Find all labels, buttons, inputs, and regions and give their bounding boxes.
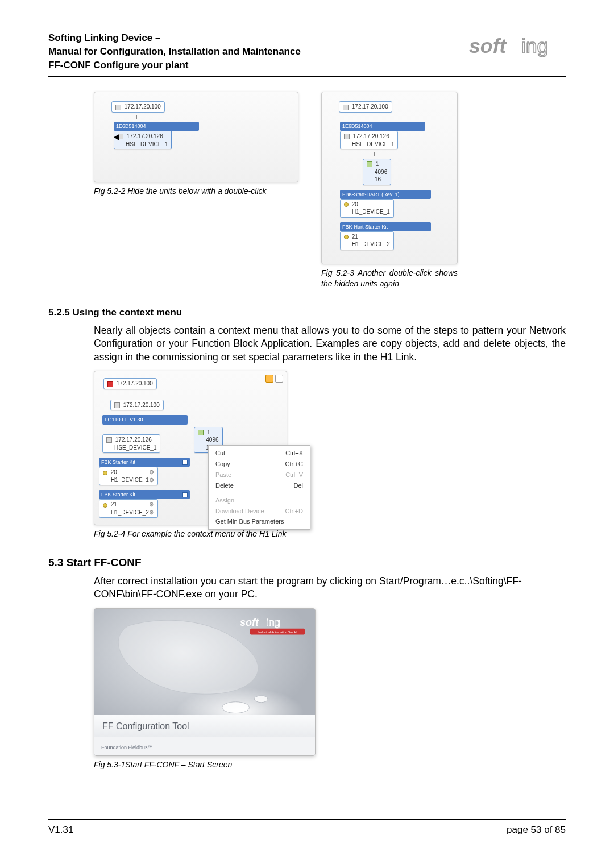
fig-5-2-3-caption: Fig 5.2-3 Another double-click shows the… xyxy=(321,268,458,289)
splash-screen: soft ing Industrial Automation GmbH FF C… xyxy=(94,608,316,756)
ctx-item-get-min-bus-parameters[interactable]: Get Min Bus Parameters xyxy=(209,516,310,527)
section-5-3-body: After correct installation you can start… xyxy=(94,575,566,601)
header-line-3: FF-CONF Configure your plant xyxy=(48,59,301,72)
dev1-addr: 20 xyxy=(111,469,117,475)
ctx-label: Delete xyxy=(215,481,234,490)
fig-5-2-2-panel: 172.17.20.100 1E6D514004 172.17.20.126 H… xyxy=(94,92,298,182)
dev1-addr: 20 xyxy=(352,201,358,207)
link-val-2: 16 xyxy=(375,176,381,182)
root-ip: 172.17.20.100 xyxy=(352,103,388,110)
softing-logo: soft ing xyxy=(469,31,566,63)
link-icon xyxy=(198,430,204,435)
ctx-shortcut: Del xyxy=(293,481,303,490)
network-icon xyxy=(107,381,113,387)
ctx-shortcut: Ctrl+X xyxy=(285,449,303,458)
header-title-block: Softing Linking Device – Manual for Conf… xyxy=(48,31,301,72)
device-ip: 172.17.20.126 xyxy=(115,437,152,443)
link-node[interactable]: 1 4096 16 xyxy=(363,159,391,185)
ctx-shortcut: Ctrl+D xyxy=(285,507,303,516)
dev2-name: H1_DEVICE_2 xyxy=(352,241,390,247)
ctx-label: Cut xyxy=(215,449,225,458)
h1-device-2[interactable]: 21 H1_DEVICE_2 xyxy=(340,231,394,250)
fig-5-2-4-panel: 172.17.20.100 172.17.20.100 FG110-FF V1.… xyxy=(94,371,287,525)
device-ip: 172.17.20.126 xyxy=(353,133,389,139)
ctx-item-assign: Assign xyxy=(209,495,310,506)
root-ip: 172.17.20.100 xyxy=(123,402,160,408)
ctx-separator xyxy=(211,493,308,493)
ctx-label: Get Min Bus Parameters xyxy=(215,517,284,526)
device-dot-icon xyxy=(103,471,107,475)
splash-title-bar: FF Configuration Tool xyxy=(94,715,315,737)
device-node[interactable]: 172.17.20.126 HSE_DEVICE_1 xyxy=(114,131,172,149)
root-ip: 172.17.20.100 xyxy=(125,103,161,110)
ctx-item-copy[interactable]: CopyCtrl+C xyxy=(209,459,310,470)
dev1-name: H1_DEVICE_1 xyxy=(352,209,390,215)
h1-header-1: FBK-Start-HART (Rev. 1) xyxy=(340,190,431,199)
link-val-1: 4096 xyxy=(375,169,387,175)
footer-page: page 53 of 85 xyxy=(507,824,566,837)
h1-header-2-label: FBK Starter Kit xyxy=(101,491,135,498)
h1-device-1[interactable]: 20 H1_DEVICE_1 xyxy=(340,199,394,218)
h1-header-2: FBK-Hart Starter Kit xyxy=(340,222,431,231)
header-line-1: Softing Linking Device – xyxy=(48,31,301,45)
splash-footer-text: Foundation Fieldbus™ xyxy=(101,744,153,751)
device-icon xyxy=(106,437,112,443)
ctx-item-download-device: Download DeviceCtrl+D xyxy=(209,506,310,517)
ctx-item-paste: PasteCtrl+V xyxy=(209,470,310,480)
device-name: HSE_DEVICE_1 xyxy=(352,141,394,147)
ctx-item-cut[interactable]: CutCtrl+X xyxy=(209,448,310,459)
section-5-2-5-body: Nearly all objects contain a context men… xyxy=(94,324,566,364)
h1-header-1-label: FBK Starter Kit xyxy=(101,459,135,466)
footer-version: V1.31 xyxy=(48,824,73,837)
dev1-name: H1_DEVICE_1 xyxy=(111,477,149,483)
splash-footer: Foundation Fieldbus™ xyxy=(94,737,315,755)
edit-icon[interactable] xyxy=(182,460,188,465)
h1-header-1: FBK Starter Kit xyxy=(99,458,190,467)
tree-root-node[interactable]: 172.17.20.100 xyxy=(339,101,392,113)
top-ip: 172.17.20.100 xyxy=(117,380,153,387)
fig-5-2-3-panel: 172.17.20.100 1E6D514004 172.17.20.126 H… xyxy=(321,92,458,264)
tree-root-node[interactable]: 172.17.20.100 xyxy=(110,400,164,411)
pc-icon xyxy=(114,402,120,408)
ctx-label: Download Device xyxy=(215,507,264,516)
ctx-shortcut: Ctrl+V xyxy=(285,471,303,479)
device-node[interactable]: 172.17.20.126 HSE_DEVICE_1 xyxy=(102,434,160,453)
section-5-3-heading: 5.3 Start FF-CONF xyxy=(48,555,566,570)
fig-5-2-4-caption: Fig 5.2-4 For example the context menu o… xyxy=(94,529,566,539)
ctx-label: Copy xyxy=(215,460,230,468)
section-5-2-5-heading: 5.2.5 Using the context menu xyxy=(48,306,566,319)
svg-text:ing: ing xyxy=(521,35,549,57)
pc-icon xyxy=(115,105,121,110)
h1-device-2[interactable]: 21 ⚙ H1_DEVICE_2 ⚙ xyxy=(99,499,158,518)
splash-bar-text: FF Configuration Tool xyxy=(102,720,189,733)
dev2-addr: 21 xyxy=(352,234,358,240)
page-header: Softing Linking Device – Manual for Conf… xyxy=(48,31,566,77)
ctx-item-delete[interactable]: DeleteDel xyxy=(209,480,310,491)
h1-device-1[interactable]: 20 ⚙ H1_DEVICE_1 ⚙ xyxy=(99,467,158,485)
link-val-1: 4096 xyxy=(206,437,218,443)
svg-point-5 xyxy=(222,702,250,713)
panel-button-1[interactable] xyxy=(265,375,273,383)
top-ip-node[interactable]: 172.17.20.100 xyxy=(103,378,157,389)
device-name: HSE_DEVICE_1 xyxy=(126,141,168,147)
tree-root-node[interactable]: 172.17.20.100 xyxy=(111,101,165,113)
panel-button-2[interactable] xyxy=(275,375,283,383)
page-footer: V1.31 page 53 of 85 xyxy=(48,819,566,837)
device-dot-icon xyxy=(344,235,349,239)
group-header: 1E6D514004 xyxy=(340,122,425,131)
ctx-label: Assign xyxy=(215,496,234,505)
dev2-name: H1_DEVICE_2 xyxy=(111,509,149,516)
ctx-label: Paste xyxy=(215,471,231,479)
svg-point-6 xyxy=(254,696,268,703)
link-val-0: 1 xyxy=(376,161,379,167)
device-dot-icon xyxy=(103,503,107,508)
pc-icon xyxy=(343,105,349,110)
dev2-addr: 21 xyxy=(111,501,117,508)
device-name: HSE_DEVICE_1 xyxy=(114,445,156,451)
device-dot-icon xyxy=(344,202,349,207)
device-node[interactable]: 172.17.20.126 HSE_DEVICE_1 xyxy=(340,131,398,149)
group-header: FG110-FF V1.30 xyxy=(102,415,188,424)
edit-icon[interactable] xyxy=(182,492,188,497)
svg-text:soft: soft xyxy=(469,35,508,57)
device-icon xyxy=(344,134,350,139)
